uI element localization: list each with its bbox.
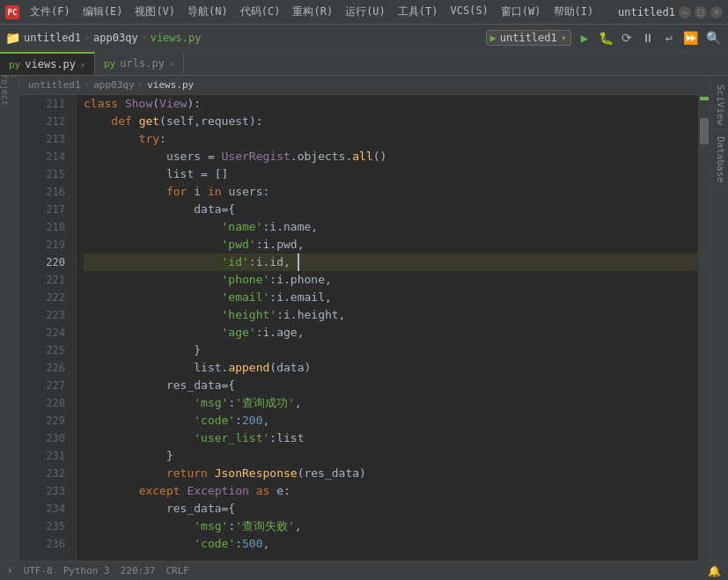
menu-run[interactable]: 运行(U) [340, 3, 391, 21]
linenum-211: 211 [40, 95, 69, 113]
project-name[interactable]: untitled1 [24, 32, 81, 44]
menu-help[interactable]: 帮助(I) [548, 3, 599, 21]
left-icon-1[interactable]: 1: Project [2, 79, 18, 95]
str-code-229: 'code' [194, 412, 235, 429]
breadcrumb-project[interactable]: untitled1 [28, 79, 81, 91]
indent-214 [84, 148, 166, 165]
menu-view[interactable]: 视图(V) [129, 3, 180, 21]
menu-file[interactable]: 文件(F) [25, 3, 76, 21]
status-project: ⚡ [7, 565, 13, 576]
menu-vcs[interactable]: VCS(S) [445, 3, 494, 21]
str-code-236: 'code' [194, 535, 235, 553]
code-line-229: 'code':200, [84, 412, 698, 429]
var-resdata-234: res_data={ [166, 500, 235, 518]
code-line-232: return JsonResponse(res_data) [84, 465, 698, 482]
gutter-214 [19, 148, 33, 165]
kw-except: except [139, 482, 188, 500]
var-list-226: list. [194, 359, 228, 377]
str-id: 'id' [222, 253, 249, 271]
menu-bar[interactable]: 文件(F) 编辑(E) 视图(V) 导航(N) 代码(C) 重构(R) 运行(U… [25, 3, 599, 21]
indent-227 [84, 377, 166, 394]
title-bar-right: untitled1 — □ ✕ [618, 6, 723, 18]
linenum-215: 215 [40, 165, 69, 183]
marker-235 [22, 522, 31, 531]
menu-window[interactable]: 窗口(W) [496, 3, 547, 21]
status-notification-icon[interactable]: 🔔 [708, 565, 721, 577]
indent-218 [84, 218, 222, 236]
gutter-216 [19, 183, 33, 201]
menu-refactor[interactable]: 重构(R) [287, 3, 338, 21]
tab-urls-py[interactable]: py urls.py ✕ [95, 52, 184, 75]
gutter-222 [19, 289, 33, 306]
code-line-235: 'msg':'查询失败', [84, 518, 698, 535]
indent-221 [84, 271, 222, 289]
side-tab-sciview[interactable]: SciView [711, 79, 728, 131]
param-request: request [201, 113, 249, 130]
tab-views-close[interactable]: ✕ [80, 60, 85, 70]
colon-219: : [256, 236, 263, 253]
menu-nav[interactable]: 导航(N) [182, 3, 233, 21]
cursor-220 [290, 253, 299, 271]
indent-220 [84, 253, 222, 271]
tab-views-py[interactable]: py views.py ✕ [0, 52, 95, 75]
search-everywhere-button[interactable]: 🔍 [703, 28, 723, 48]
menu-tools[interactable]: 工具(T) [393, 3, 444, 21]
eq-215: = [] [194, 165, 228, 183]
editor-tabs: py views.py ✕ py urls.py ✕ [0, 51, 728, 76]
file-views[interactable]: views.py [151, 32, 202, 44]
folder-app[interactable]: app03qy [93, 32, 138, 44]
menu-code[interactable]: 代码(C) [235, 3, 286, 21]
code-content[interactable]: class Show(View): def get(self,request):… [77, 95, 698, 561]
maximize-button[interactable]: □ [695, 6, 707, 18]
tab-urls-close[interactable]: ✕ [169, 59, 174, 69]
var-i-name: i.name, [269, 218, 318, 236]
close-button[interactable]: ✕ [710, 6, 723, 18]
status-python[interactable]: Python 3 [63, 565, 110, 576]
breadcrumb: untitled1 › app03qy › views.py [19, 76, 710, 95]
breadcrumb-file[interactable]: views.py [147, 79, 194, 91]
status-cursor-pos[interactable]: 220:37 [121, 565, 156, 576]
gutter-226 [19, 359, 33, 377]
breadcrumb-app[interactable]: app03qy [93, 79, 134, 91]
run-config-dropdown[interactable]: ▶ untitled1 ▾ [486, 30, 572, 46]
colon-223: : [276, 306, 283, 324]
menu-edit[interactable]: 编辑(E) [77, 3, 129, 21]
var-i-phone: i.phone, [276, 271, 332, 289]
parens-214: () [373, 148, 387, 165]
editor-scrollbar[interactable] [698, 95, 710, 561]
code-line-218: 'name':i.name, [84, 218, 698, 236]
side-tab-database[interactable]: Database [711, 131, 728, 189]
comma-235: , [295, 518, 302, 535]
indent-232 [84, 465, 166, 482]
title-bar: PC 文件(F) 编辑(E) 视图(V) 导航(N) 代码(C) 重构(R) 运… [0, 0, 728, 25]
indent-233 [84, 482, 139, 500]
gutter-219 [19, 236, 33, 253]
marker-218 [22, 223, 31, 231]
gutter [19, 95, 33, 561]
debug-button[interactable]: 🐛 [596, 28, 615, 48]
breadcrumb-sep-2: › [138, 79, 144, 91]
breadcrumb-sep1: › [85, 33, 90, 42]
breadcrumb-sep-1: › [85, 79, 91, 91]
code-line-226: list.append(data) [84, 359, 698, 377]
plain-211b: ): [187, 95, 201, 113]
kw-in: in [208, 183, 228, 201]
minimize-button[interactable]: — [679, 6, 691, 18]
status-icon-1: ⚡ [7, 565, 13, 576]
code-editor[interactable]: 211 212 213 214 215 216 217 218 219 220 … [19, 95, 710, 561]
scrollbar-thumb[interactable] [700, 118, 709, 144]
code-line-211: class Show(View): [84, 95, 698, 113]
run-with-coverage[interactable]: ⟳ [617, 28, 636, 48]
pause-button[interactable]: ⏩ [680, 28, 700, 48]
linenum-222: 222 [40, 289, 69, 306]
marker-225 [22, 346, 31, 355]
run-button[interactable]: ▶ [575, 28, 594, 48]
stop-button[interactable]: ⏸ [638, 28, 658, 48]
colon-235: : [228, 518, 235, 535]
status-encoding[interactable]: UTF-8 [24, 565, 53, 576]
str-phone: 'phone' [222, 271, 270, 289]
var-list-230: list [276, 429, 304, 447]
rerun-button[interactable]: ↩ [659, 28, 679, 48]
status-crlf-label: CRLF [165, 565, 189, 576]
status-line-ending[interactable]: CRLF [165, 565, 189, 576]
